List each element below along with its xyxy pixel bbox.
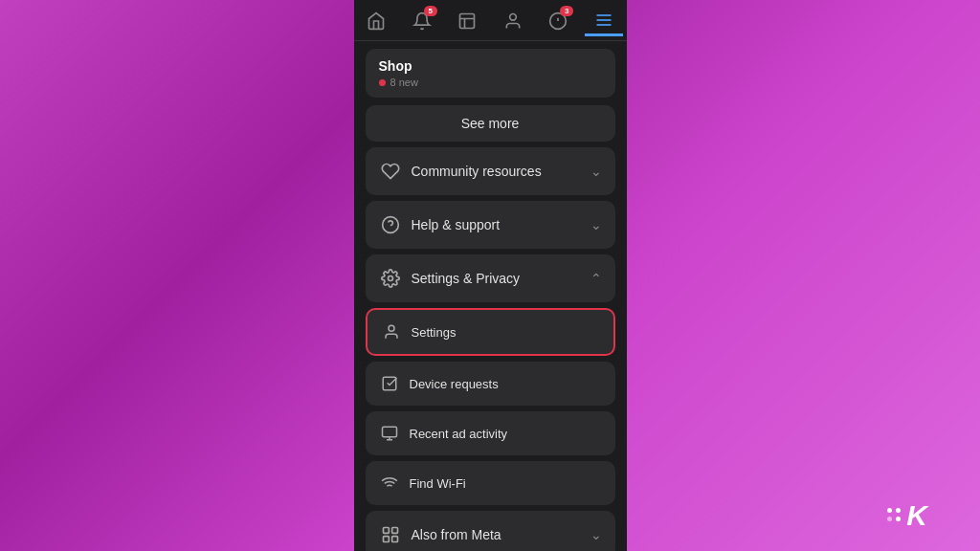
also-from-meta-item[interactable]: Also from Meta ⌄: [366, 511, 615, 551]
settings-sub-icon: [381, 321, 402, 342]
notifications-badge: 5: [424, 6, 437, 16]
watermark-dot-2: [896, 508, 901, 513]
svg-rect-19: [383, 537, 389, 542]
content-scroll: Shop 8 new See more Community resources …: [354, 41, 627, 551]
alerts-badge: 3: [560, 6, 573, 16]
svg-rect-0: [460, 14, 475, 29]
help-support-label: Help & support: [412, 217, 501, 232]
also-from-meta-label: Also from Meta: [412, 527, 501, 542]
community-resources-chevron: ⌄: [590, 164, 602, 179]
settings-privacy-label: Settings & Privacy: [412, 271, 521, 286]
svg-rect-18: [391, 528, 397, 534]
settings-privacy-chevron: ⌃: [590, 271, 602, 286]
shop-title: Shop: [379, 58, 602, 74]
community-resources-label: Community resources: [412, 164, 542, 179]
phone-container: 5 3: [354, 0, 627, 551]
also-from-meta-chevron: ⌄: [590, 527, 602, 542]
svg-rect-13: [382, 427, 396, 437]
community-resources-left: Community resources: [379, 160, 542, 183]
settings-sub-label: Settings: [412, 325, 457, 340]
shop-badge-row: 8 new: [379, 77, 602, 88]
shop-badge-text: 8 new: [390, 77, 418, 88]
home-nav-icon[interactable]: [357, 6, 395, 36]
help-support-left: Help & support: [379, 213, 501, 236]
notifications-nav-icon[interactable]: 5: [403, 6, 441, 36]
recent-ad-activity-label: Recent ad activity: [410, 427, 508, 441]
watermark-dot-3: [887, 517, 892, 521]
svg-rect-12: [383, 377, 396, 390]
settings-privacy-icon: [379, 267, 402, 290]
settings-privacy-header[interactable]: Settings & Privacy ⌃: [366, 254, 615, 302]
recent-ad-activity-sub-item[interactable]: Recent ad activity: [366, 411, 615, 455]
find-wifi-sub-item[interactable]: Find Wi-Fi: [366, 461, 615, 505]
recent-ad-activity-icon: [379, 423, 400, 444]
watermark-dot-1: [887, 508, 892, 513]
svg-rect-20: [391, 537, 397, 542]
svg-rect-17: [383, 528, 389, 534]
watermark-letter: K: [906, 499, 927, 532]
find-wifi-icon: [379, 473, 400, 494]
also-from-meta-icon: [379, 523, 402, 546]
also-from-meta-left: Also from Meta: [379, 523, 501, 546]
help-support-item[interactable]: Help & support ⌄: [366, 201, 615, 249]
help-support-icon: [379, 213, 402, 236]
device-requests-sub-item[interactable]: Device requests: [366, 362, 615, 406]
device-requests-label: Device requests: [410, 377, 499, 391]
device-requests-icon: [379, 373, 400, 394]
shop-red-dot: [379, 79, 386, 86]
settings-sub-item[interactable]: Settings: [366, 308, 615, 356]
community-resources-icon: [379, 160, 402, 183]
svg-point-10: [388, 276, 392, 281]
community-resources-item[interactable]: Community resources ⌄: [366, 147, 615, 195]
svg-point-11: [389, 325, 394, 331]
nav-bar: 5 3: [354, 0, 627, 41]
alerts-nav-icon[interactable]: 3: [539, 6, 577, 36]
menu-nav-icon[interactable]: [585, 6, 623, 36]
watermark-dot-4: [896, 517, 901, 521]
settings-privacy-section: Settings & Privacy ⌃ Settings: [366, 254, 615, 505]
settings-privacy-left: Settings & Privacy: [379, 267, 521, 290]
svg-point-1: [509, 14, 516, 21]
see-more-button[interactable]: See more: [366, 105, 615, 142]
find-wifi-label: Find Wi-Fi: [410, 476, 466, 491]
shop-nav-icon[interactable]: [448, 6, 486, 36]
shop-item[interactable]: Shop 8 new: [366, 49, 615, 98]
help-support-chevron: ⌄: [590, 217, 602, 232]
profile-nav-icon[interactable]: [494, 6, 532, 36]
